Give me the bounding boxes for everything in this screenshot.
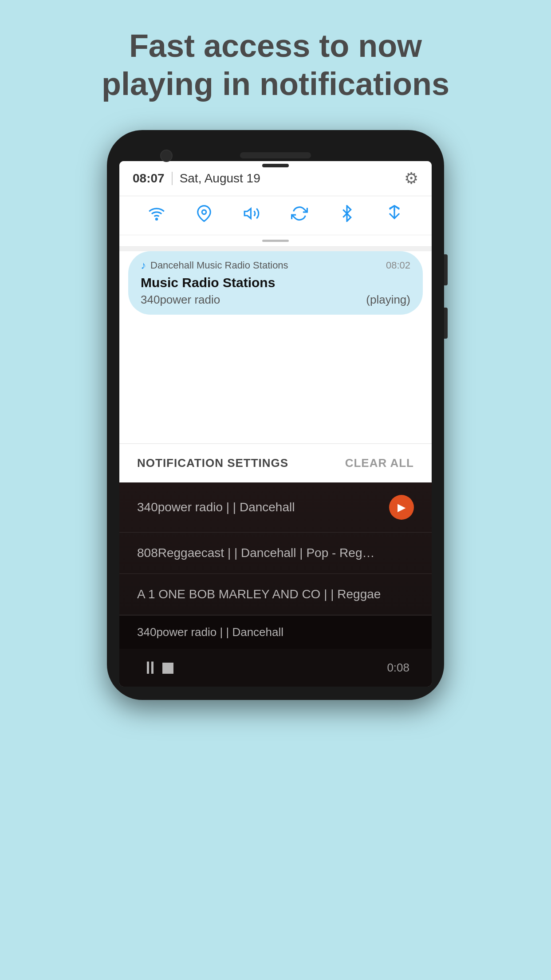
phone-side-button-1	[444, 254, 448, 285]
drag-handle	[119, 235, 432, 247]
headline: Fast access to now playing in notificati…	[0, 0, 551, 121]
app-bg: 340power radio | | Dancehall ▶ 808Reggae…	[119, 482, 432, 687]
notification-playing: (playing)	[366, 293, 410, 307]
notification-time: 08:02	[386, 260, 410, 271]
phone-wrapper: 08:07 Sat, August 19 ⚙	[0, 121, 551, 700]
now-playing-bar: 340power radio | | Dancehall	[119, 615, 432, 649]
notification-action-bar: NOTIFICATION SETTINGS CLEAR ALL	[119, 443, 432, 482]
gear-icon[interactable]: ⚙	[404, 169, 418, 188]
svg-point-0	[156, 218, 157, 220]
status-divider	[172, 172, 173, 185]
notification-subtitle: 340power radio (playing)	[141, 293, 410, 307]
headline-line1: Fast access to now	[35, 27, 516, 65]
headline-line2: playing in notifications	[35, 65, 516, 103]
radio-name-3: A 1 ONE BOB MARLEY AND CO | | Reggae	[137, 587, 381, 601]
phone-device: 08:07 Sat, August 19 ⚙	[107, 130, 444, 700]
now-playing-name: 340power radio | | Dancehall	[137, 625, 283, 639]
notification-settings-button[interactable]: NOTIFICATION SETTINGS	[137, 456, 288, 470]
phone-button	[262, 164, 289, 167]
drag-handle-bar	[262, 240, 289, 242]
phone-side-button-2	[444, 308, 448, 339]
app-content: 340power radio | | Dancehall ▶ 808Reggae…	[119, 482, 432, 687]
sync-icon[interactable]	[291, 205, 308, 226]
status-time: 08:07	[133, 171, 165, 186]
svg-marker-2	[244, 209, 251, 218]
data-transfer-icon[interactable]	[386, 205, 403, 226]
music-note-icon: ♪	[141, 259, 146, 272]
media-time: 0:08	[387, 661, 409, 675]
quick-settings-bar	[119, 196, 432, 235]
clear-all-button[interactable]: CLEAR ALL	[345, 456, 414, 470]
svg-point-1	[202, 210, 206, 214]
bluetooth-icon[interactable]	[338, 205, 355, 226]
notification-station: 340power radio	[141, 293, 220, 307]
status-left: 08:07 Sat, August 19	[133, 171, 260, 186]
list-item[interactable]: A 1 ONE BOB MARLEY AND CO | | Reggae	[119, 574, 432, 615]
notification-app-name: Dancehall Music Radio Stations	[150, 260, 386, 271]
phone-speaker	[240, 152, 311, 158]
wifi-icon[interactable]	[148, 205, 165, 226]
notification-item[interactable]: ♪ Dancehall Music Radio Stations 08:02 M…	[128, 251, 423, 315]
phone-camera	[160, 150, 173, 162]
media-controls: ⏸ ⏹ 0:08	[119, 649, 432, 687]
notification-area: ♪ Dancehall Music Radio Stations 08:02 M…	[119, 251, 432, 482]
phone-screen: 08:07 Sat, August 19 ⚙	[119, 161, 432, 687]
play-button-1[interactable]: ▶	[389, 495, 414, 520]
page-wrapper: Fast access to now playing in notificati…	[0, 0, 551, 700]
list-item[interactable]: 340power radio | | Dancehall ▶	[119, 482, 432, 533]
stop-button[interactable]: ⏹	[159, 658, 177, 678]
notification-title: Music Radio Stations	[141, 275, 410, 290]
radio-name-1: 340power radio | | Dancehall	[137, 500, 295, 514]
notification-header: ♪ Dancehall Music Radio Stations 08:02	[141, 259, 410, 272]
status-date: Sat, August 19	[180, 171, 260, 186]
pause-button[interactable]: ⏸	[142, 658, 159, 678]
radio-name-2: 808Reggaecast | | Dancehall | Pop - Reg…	[137, 546, 374, 560]
location-icon[interactable]	[196, 205, 213, 226]
notification-empty-area	[119, 319, 432, 443]
list-item[interactable]: 808Reggaecast | | Dancehall | Pop - Reg…	[119, 533, 432, 574]
volume-icon[interactable]	[243, 205, 260, 226]
